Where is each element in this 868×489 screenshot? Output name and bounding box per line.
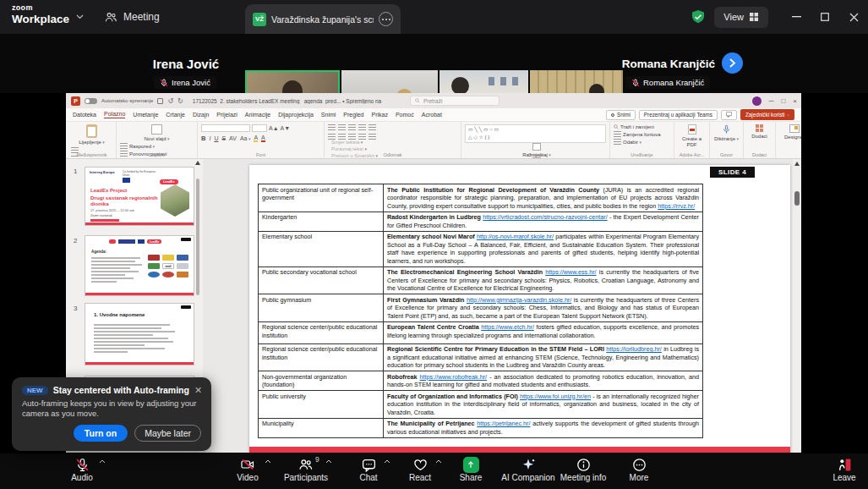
muted-mic-icon [160, 79, 168, 87]
menu-dizajn: Dizajn [193, 112, 209, 118]
underline-icon: U [214, 135, 218, 141]
comments-button [721, 110, 737, 120]
share-button[interactable]: Share [441, 457, 500, 482]
video-button[interactable]: Video [218, 457, 277, 482]
shrink-font-icon: A▼ [281, 125, 291, 131]
logo-text-zoom: zoom [12, 4, 69, 12]
replace-fonts-icon [614, 131, 621, 137]
grow-font-icon: A▲ [269, 125, 279, 131]
stakeholders-table: Public organizational unit of regional s… [258, 184, 703, 438]
arrange-icon [532, 143, 541, 151]
select-button: Odabir [623, 140, 641, 145]
participant-video-strip: Irena Jović Irena Jović Varaždinska župa… [0, 34, 868, 93]
menu-crtanje: Crtanje [166, 112, 185, 118]
more-button[interactable]: More [609, 457, 669, 482]
workspace-chevron-down-icon[interactable] [76, 14, 84, 19]
security-shield-icon[interactable] [691, 9, 706, 25]
next-participants-button[interactable] [722, 52, 743, 74]
view-button[interactable]: View [714, 7, 768, 28]
ribbon-group-font: A▲ A▼ B I U S AV Aa A A Font [198, 122, 325, 158]
change-case-icon: Aa [240, 135, 250, 141]
chat-chevron-icon[interactable] [384, 459, 390, 464]
align-text-button: Poravnaj tekst [331, 146, 457, 151]
ppt-ribbon: Lijepljenje Međuspremnik Novi slajd Rasp… [66, 122, 801, 159]
meeting-tab-label: Meeting [123, 11, 160, 23]
table-row: Public gymnasium First Gymnasium Varaždi… [259, 294, 703, 322]
menu-snimi: Snimi [321, 112, 336, 118]
chat-icon [362, 458, 376, 472]
table-row: Public university Faculty of Organizatio… [259, 391, 703, 419]
info-icon [576, 458, 591, 472]
bold-icon: B [201, 135, 205, 142]
table-row: Public organizational unit of regional s… [259, 184, 703, 212]
find-icon [614, 124, 619, 129]
comment-icon [726, 112, 732, 118]
audio-options-chevron-icon[interactable] [99, 459, 106, 464]
table-link: https://loriludbreg.hr/ [606, 345, 662, 353]
heart-icon [413, 458, 428, 472]
thumb2-heading: Agenda: [91, 250, 106, 254]
slide-red-accent-bar [249, 447, 790, 453]
notification-close-icon[interactable]: ✕ [194, 386, 202, 395]
zoom-top-bar: zoom Workplace Meeting VŽ Varaždinska žu… [0, 0, 868, 34]
powerpoint-app-icon: P [71, 96, 80, 106]
maybe-later-button[interactable]: Maybe later [134, 425, 201, 442]
slide-number-badge: SLIDE 4 [710, 167, 755, 178]
auto-framing-notification: NEW Stay centered with Auto-framing ✕ Au… [12, 377, 211, 451]
ribbon-group-adobe: Create a PDF Adobe Acr... [674, 122, 710, 158]
replace-fonts-button: Zamjena fontova [623, 132, 661, 137]
present-in-teams-button: Prezentiraj u aplikaciji Teams [639, 110, 718, 120]
shared-screen-tab-label: Varaždinska županija's screen [271, 14, 374, 25]
participant-label-romana: Romana Kranjčić [625, 76, 710, 89]
scroll-up-arrow-icon [195, 161, 200, 165]
save-icon [157, 98, 163, 104]
participants-count: 9 [315, 455, 319, 464]
muted-mic-icon [631, 79, 640, 87]
close-button[interactable] [839, 0, 868, 34]
thumb3-heading: 1. Uvodne napomene [94, 312, 145, 317]
italic-icon: I [209, 135, 210, 141]
notification-body: Auto-framing keeps you in view by adjust… [22, 398, 201, 420]
participants-button[interactable]: 9 Participants [276, 457, 336, 482]
table-row: Elementary school Elementary school Novi… [259, 231, 703, 266]
undo-icon: ↺ [167, 97, 173, 105]
tab-options-ellipsis-icon[interactable] [379, 12, 393, 26]
tab-meeting[interactable]: Meeting [98, 0, 167, 34]
font-name-box [201, 124, 250, 132]
maximize-button[interactable] [811, 0, 839, 34]
strikethrough-icon: S [221, 135, 226, 141]
audio-button[interactable]: Audio [52, 457, 112, 482]
ribbon-group-drawing: ▭ ╲ ╲ ▭ ○ ▭ △ ◇ ☆ { } Razmještaj Brzi st… [461, 122, 610, 158]
video-off-icon [240, 458, 255, 471]
turn-on-button[interactable]: Turn on [74, 425, 128, 442]
indent-increase-icon [358, 124, 366, 130]
leave-button[interactable]: Leave [815, 457, 868, 482]
ai-companion-button[interactable]: AI Companion [499, 457, 558, 482]
ribbon-group-slides: Novi slajd Raspored Ponovno postavi Sekc… [117, 122, 198, 158]
video-options-chevron-icon[interactable] [265, 459, 271, 464]
logo-text-workplace: Workplace [12, 14, 69, 25]
layout-icon [120, 143, 128, 149]
thumb1-subtitle: Drugi sastanak regionalnih dionika [90, 195, 162, 206]
meeting-info-button[interactable]: Meeting info [554, 457, 613, 482]
designer-button: Designer [779, 124, 801, 140]
columns-icon [368, 134, 376, 140]
ppt-close-icon: × [793, 97, 797, 105]
main-scrollbar[interactable] [793, 159, 801, 453]
minimize-button[interactable] [782, 0, 811, 34]
record-icon [611, 113, 614, 117]
eu-flag-icon [123, 178, 130, 183]
tab-shared-screen[interactable]: VŽ Varaždinska županija's screen [245, 4, 401, 34]
ppt-share-button: Zajednički koristi [740, 109, 794, 120]
participants-chevron-icon[interactable] [325, 459, 332, 464]
chat-button[interactable]: Chat [339, 457, 398, 482]
table-link: https://www.ess.hr/ [545, 268, 596, 276]
designer-icon [789, 124, 800, 133]
thumb-number-1: 1 [74, 168, 77, 175]
search-placeholder: Pretraži [423, 98, 442, 104]
notification-title: Stay centered with Auto-framing [53, 385, 189, 395]
share-screen-icon [463, 457, 479, 473]
ribbon-group-designer: Designer [776, 122, 801, 158]
thumb1-title: LeadEx Project [90, 188, 127, 193]
autosave-toggle [85, 98, 97, 104]
